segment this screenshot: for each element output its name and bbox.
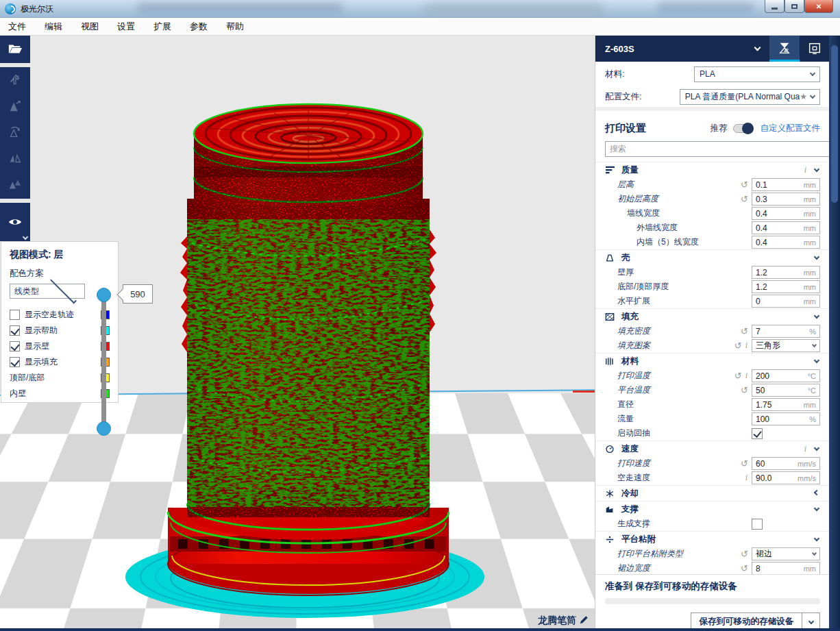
show-helpers-checkbox[interactable] bbox=[10, 325, 20, 336]
chevron-down-icon bbox=[814, 166, 819, 172]
reset-icon[interactable]: ↺ bbox=[741, 195, 748, 203]
section-support[interactable]: 支撑 bbox=[595, 501, 830, 517]
custom-profile-link[interactable]: 自定义配置文件 bbox=[761, 123, 821, 134]
printer-name[interactable]: Z-603S bbox=[605, 44, 755, 54]
chevron-down-icon bbox=[814, 254, 819, 260]
mirror-tool-button[interactable] bbox=[0, 145, 30, 171]
reset-icon[interactable]: ↺ bbox=[741, 564, 748, 573]
diameter-input[interactable]: 1.75mm bbox=[752, 398, 820, 411]
move-icon bbox=[8, 73, 23, 88]
close-button[interactable]: ✕ bbox=[804, 0, 833, 13]
enable-retraction-checkbox[interactable] bbox=[752, 428, 763, 439]
section-material[interactable]: 材料 bbox=[595, 353, 830, 369]
inner-wall-line-width-input[interactable]: 0.4mm bbox=[752, 236, 820, 249]
profile-select[interactable]: PLA 普通质量(PLA Normal Qua ★ bbox=[680, 89, 820, 105]
section-quality[interactable]: 质量 i bbox=[595, 162, 830, 177]
legend-row-infill: 显示填充 bbox=[10, 354, 110, 370]
infill-density-input[interactable]: 7% bbox=[752, 325, 820, 338]
top-bottom-thickness-input[interactable]: 1.2mm bbox=[752, 280, 820, 293]
chevron-down-icon bbox=[814, 536, 819, 541]
show-infill-checkbox[interactable] bbox=[10, 357, 20, 367]
section-adhesion[interactable]: 平台粘附 bbox=[595, 531, 830, 547]
initial-layer-height-input[interactable]: 0.3mm bbox=[752, 193, 820, 206]
brim-width-input[interactable]: 8mm bbox=[752, 562, 820, 575]
section-speed[interactable]: 速度 i bbox=[595, 441, 830, 456]
move-tool-button[interactable] bbox=[0, 67, 30, 93]
output-status-title: 准备到 保存到可移动的存储设备 bbox=[605, 580, 820, 593]
tab-monitor[interactable] bbox=[800, 36, 830, 62]
menu-parameters[interactable]: 参数 bbox=[190, 21, 208, 33]
reset-icon[interactable]: ↺ bbox=[734, 341, 742, 350]
view-options-button[interactable] bbox=[0, 203, 30, 241]
print-settings-title: 打印设置 bbox=[605, 122, 711, 135]
reset-icon[interactable]: ↺ bbox=[741, 386, 748, 395]
minimize-button[interactable] bbox=[765, 0, 785, 13]
per-model-settings-icon bbox=[8, 177, 23, 192]
layer-height-input[interactable]: 0.1mm bbox=[752, 178, 820, 191]
open-file-button[interactable] bbox=[0, 36, 30, 62]
material-select[interactable]: PLA bbox=[694, 66, 820, 82]
maximize-button[interactable] bbox=[785, 0, 804, 13]
legend-row-travels: 显示空走轨迹 bbox=[10, 307, 110, 323]
printer-header: Z-603S bbox=[595, 36, 830, 62]
chevron-down-icon bbox=[814, 313, 819, 319]
layer-slider-lower-handle[interactable] bbox=[97, 421, 111, 436]
save-to-removable-button[interactable]: 保存到可移动的存储设备 bbox=[691, 616, 802, 628]
show-shell-checkbox[interactable] bbox=[10, 341, 20, 351]
chevron-down-icon[interactable] bbox=[754, 45, 761, 51]
menu-edit[interactable]: 编辑 bbox=[45, 21, 62, 33]
menu-settings[interactable]: 设置 bbox=[117, 21, 135, 33]
3d-viewport[interactable]: 视图模式: 层 配色方案 线类型 显示空走轨迹 显示帮助 显示壁 bbox=[0, 36, 595, 631]
window-title: 极光尔沃 bbox=[21, 3, 53, 15]
bed-temperature-input[interactable]: 50°C bbox=[752, 384, 820, 397]
flow-input[interactable]: 100% bbox=[752, 412, 820, 425]
open-folder-icon bbox=[8, 41, 23, 56]
menu-view[interactable]: 视图 bbox=[81, 21, 99, 33]
panel-scrollbar[interactable] bbox=[829, 36, 840, 631]
print-temperature-input[interactable]: 200°C bbox=[752, 369, 820, 382]
info-icon: i bbox=[745, 371, 748, 381]
outer-wall-line-width-input[interactable]: 0.4mm bbox=[752, 221, 820, 234]
section-shell[interactable]: 壳 bbox=[595, 249, 830, 265]
color-scheme-label: 配色方案 bbox=[10, 268, 110, 280]
rotate-tool-button[interactable] bbox=[0, 119, 30, 145]
window-bottom-border bbox=[0, 628, 840, 631]
reset-icon[interactable]: ↺ bbox=[741, 549, 748, 558]
scale-tool-button[interactable] bbox=[0, 93, 30, 119]
recommended-custom-toggle[interactable] bbox=[733, 124, 754, 133]
color-scheme-select[interactable]: 线类型 bbox=[10, 284, 85, 299]
section-infill[interactable]: 填充 bbox=[595, 308, 830, 324]
show-travels-checkbox[interactable] bbox=[10, 310, 20, 320]
reset-icon[interactable]: ↺ bbox=[741, 180, 748, 189]
horizontal-expansion-input[interactable]: 0mm bbox=[752, 295, 820, 308]
settings-search-input[interactable]: 搜索 bbox=[605, 141, 830, 157]
layer-slider-track[interactable] bbox=[101, 290, 106, 433]
reset-icon[interactable]: ↺ bbox=[734, 371, 742, 380]
menu-file[interactable]: 文件 bbox=[8, 21, 26, 33]
model-body bbox=[180, 199, 436, 540]
generate-support-checkbox[interactable] bbox=[752, 519, 763, 530]
adhesion-icon bbox=[605, 534, 616, 544]
scrollbar-thumb[interactable] bbox=[831, 45, 838, 203]
adhesion-type-select[interactable]: 裙边 bbox=[752, 547, 820, 560]
infill-pattern-select[interactable]: 三角形 bbox=[752, 339, 820, 352]
section-cooling[interactable]: 冷却 bbox=[595, 485, 830, 501]
settings-panel: Z-603S 材料: PLA bbox=[595, 36, 829, 631]
wall-thickness-input[interactable]: 1.2mm bbox=[752, 266, 820, 279]
menu-extensions[interactable]: 扩展 bbox=[153, 21, 171, 33]
travel-speed-input[interactable]: 90.0mm/s bbox=[752, 471, 820, 484]
speed-icon bbox=[605, 444, 616, 454]
reset-icon[interactable]: ↺ bbox=[741, 327, 748, 336]
rename-model-icon[interactable] bbox=[579, 615, 589, 626]
output-section: 准备到 保存到可移动的存储设备 保存到可移动的存储设备 bbox=[595, 574, 830, 631]
reset-icon[interactable]: ↺ bbox=[741, 459, 748, 468]
print-speed-input[interactable]: 60mm/s bbox=[752, 457, 820, 470]
menu-bar: 文件 编辑 视图 设置 扩展 参数 帮助 bbox=[0, 18, 840, 36]
layer-slider-upper-handle[interactable] bbox=[97, 288, 111, 302]
info-icon: i bbox=[804, 165, 806, 175]
tab-prepare[interactable] bbox=[769, 36, 800, 62]
chevron-left-icon bbox=[814, 490, 819, 495]
per-model-settings-button[interactable] bbox=[0, 171, 30, 197]
menu-help[interactable]: 帮助 bbox=[226, 21, 244, 33]
wall-line-width-input[interactable]: 0.4mm bbox=[752, 207, 820, 220]
